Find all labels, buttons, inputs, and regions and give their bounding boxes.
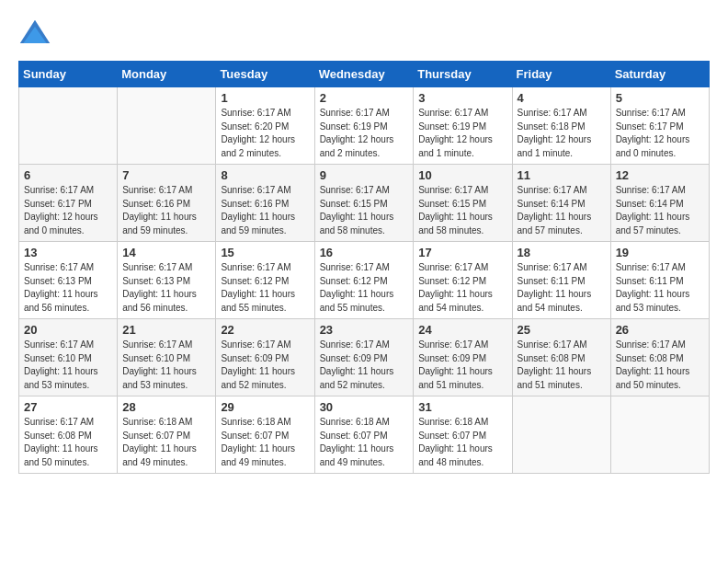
day-number: 22 — [221, 323, 309, 337]
day-info: Sunrise: 6:17 AMSunset: 6:20 PMDaylight:… — [221, 107, 309, 160]
day-number: 29 — [221, 400, 309, 414]
day-info: Sunrise: 6:17 AMSunset: 6:14 PMDaylight:… — [518, 184, 606, 237]
day-number: 4 — [518, 91, 606, 105]
day-cell: 20Sunrise: 6:17 AMSunset: 6:10 PMDayligh… — [19, 319, 118, 396]
weekday-header-saturday: Saturday — [610, 62, 709, 87]
day-cell: 19Sunrise: 6:17 AMSunset: 6:11 PMDayligh… — [610, 242, 709, 319]
day-cell: 6Sunrise: 6:17 AMSunset: 6:17 PMDaylight… — [19, 165, 118, 242]
day-cell: 17Sunrise: 6:17 AMSunset: 6:12 PMDayligh… — [414, 242, 512, 319]
weekday-header-tuesday: Tuesday — [216, 62, 314, 87]
day-number: 5 — [616, 91, 704, 105]
day-info: Sunrise: 6:17 AMSunset: 6:16 PMDaylight:… — [221, 184, 309, 237]
day-cell: 1Sunrise: 6:17 AMSunset: 6:20 PMDaylight… — [216, 87, 314, 165]
day-info: Sunrise: 6:17 AMSunset: 6:12 PMDaylight:… — [418, 261, 506, 315]
day-info: Sunrise: 6:17 AMSunset: 6:12 PMDaylight:… — [320, 261, 409, 315]
day-cell: 3Sunrise: 6:17 AMSunset: 6:19 PMDaylight… — [414, 87, 512, 165]
day-number: 13 — [24, 246, 112, 259]
day-info: Sunrise: 6:17 AMSunset: 6:11 PMDaylight:… — [616, 261, 704, 315]
weekday-header-friday: Friday — [512, 62, 610, 87]
day-cell: 22Sunrise: 6:17 AMSunset: 6:09 PMDayligh… — [216, 319, 314, 396]
day-cell: 8Sunrise: 6:17 AMSunset: 6:16 PMDaylight… — [216, 165, 314, 242]
day-info: Sunrise: 6:18 AMSunset: 6:07 PMDaylight:… — [418, 416, 506, 469]
day-info: Sunrise: 6:17 AMSunset: 6:09 PMDaylight:… — [221, 339, 309, 392]
day-cell: 15Sunrise: 6:17 AMSunset: 6:12 PMDayligh… — [216, 242, 314, 319]
day-info: Sunrise: 6:18 AMSunset: 6:07 PMDaylight:… — [320, 416, 409, 469]
day-info: Sunrise: 6:17 AMSunset: 6:13 PMDaylight:… — [24, 261, 112, 315]
day-number: 3 — [418, 91, 506, 105]
day-number: 7 — [122, 168, 210, 182]
day-number: 24 — [418, 323, 506, 337]
day-info: Sunrise: 6:17 AMSunset: 6:09 PMDaylight:… — [320, 339, 409, 392]
day-number: 6 — [24, 168, 112, 182]
day-cell: 4Sunrise: 6:17 AMSunset: 6:18 PMDaylight… — [512, 87, 610, 165]
day-cell: 30Sunrise: 6:18 AMSunset: 6:07 PMDayligh… — [314, 396, 414, 474]
day-cell: 13Sunrise: 6:17 AMSunset: 6:13 PMDayligh… — [19, 242, 118, 319]
weekday-header-row: SundayMondayTuesdayWednesdayThursdayFrid… — [19, 62, 710, 87]
day-info: Sunrise: 6:17 AMSunset: 6:17 PMDaylight:… — [616, 107, 704, 160]
day-info: Sunrise: 6:17 AMSunset: 6:16 PMDaylight:… — [122, 184, 210, 237]
day-number: 14 — [122, 246, 210, 259]
day-cell: 5Sunrise: 6:17 AMSunset: 6:17 PMDaylight… — [610, 87, 709, 165]
day-cell: 2Sunrise: 6:17 AMSunset: 6:19 PMDaylight… — [314, 87, 414, 165]
day-info: Sunrise: 6:17 AMSunset: 6:13 PMDaylight:… — [122, 261, 210, 315]
day-cell: 21Sunrise: 6:17 AMSunset: 6:10 PMDayligh… — [118, 319, 216, 396]
day-cell — [118, 87, 216, 165]
day-cell: 26Sunrise: 6:17 AMSunset: 6:08 PMDayligh… — [610, 319, 709, 396]
day-cell: 14Sunrise: 6:17 AMSunset: 6:13 PMDayligh… — [118, 242, 216, 319]
week-row-1: 1Sunrise: 6:17 AMSunset: 6:20 PMDaylight… — [19, 87, 710, 165]
day-cell: 31Sunrise: 6:18 AMSunset: 6:07 PMDayligh… — [414, 396, 512, 474]
day-cell: 9Sunrise: 6:17 AMSunset: 6:15 PMDaylight… — [314, 165, 414, 242]
weekday-header-monday: Monday — [118, 62, 216, 87]
day-number: 11 — [518, 168, 606, 182]
day-info: Sunrise: 6:17 AMSunset: 6:15 PMDaylight:… — [418, 184, 506, 237]
logo-icon — [18, 18, 51, 52]
day-cell: 28Sunrise: 6:18 AMSunset: 6:07 PMDayligh… — [118, 396, 216, 474]
day-number: 12 — [616, 168, 704, 182]
day-number: 8 — [221, 168, 309, 182]
day-cell — [512, 396, 610, 474]
day-info: Sunrise: 6:18 AMSunset: 6:07 PMDaylight:… — [122, 416, 210, 469]
weekday-header-thursday: Thursday — [414, 62, 512, 87]
day-number: 17 — [418, 246, 506, 259]
day-info: Sunrise: 6:17 AMSunset: 6:08 PMDaylight:… — [24, 416, 112, 469]
day-number: 31 — [418, 400, 506, 414]
day-info: Sunrise: 6:17 AMSunset: 6:08 PMDaylight:… — [518, 339, 606, 392]
day-cell — [610, 396, 709, 474]
day-info: Sunrise: 6:17 AMSunset: 6:18 PMDaylight:… — [518, 107, 606, 160]
day-info: Sunrise: 6:17 AMSunset: 6:11 PMDaylight:… — [518, 261, 606, 315]
day-info: Sunrise: 6:18 AMSunset: 6:07 PMDaylight:… — [221, 416, 309, 469]
day-number: 20 — [24, 323, 112, 337]
day-number: 27 — [24, 400, 112, 414]
weekday-header-sunday: Sunday — [19, 62, 118, 87]
calendar-table: SundayMondayTuesdayWednesdayThursdayFrid… — [18, 61, 710, 474]
week-row-4: 20Sunrise: 6:17 AMSunset: 6:10 PMDayligh… — [19, 319, 710, 396]
day-cell: 10Sunrise: 6:17 AMSunset: 6:15 PMDayligh… — [414, 165, 512, 242]
day-cell — [19, 87, 118, 165]
day-number: 15 — [221, 246, 309, 259]
day-number: 2 — [320, 91, 409, 105]
day-cell: 24Sunrise: 6:17 AMSunset: 6:09 PMDayligh… — [414, 319, 512, 396]
weekday-header-wednesday: Wednesday — [314, 62, 414, 87]
day-number: 25 — [518, 323, 606, 337]
day-info: Sunrise: 6:17 AMSunset: 6:10 PMDaylight:… — [122, 339, 210, 392]
day-number: 28 — [122, 400, 210, 414]
day-cell: 7Sunrise: 6:17 AMSunset: 6:16 PMDaylight… — [118, 165, 216, 242]
day-info: Sunrise: 6:17 AMSunset: 6:08 PMDaylight:… — [616, 339, 704, 392]
week-row-5: 27Sunrise: 6:17 AMSunset: 6:08 PMDayligh… — [19, 396, 710, 474]
day-number: 10 — [418, 168, 506, 182]
day-info: Sunrise: 6:17 AMSunset: 6:10 PMDaylight:… — [24, 339, 112, 392]
day-info: Sunrise: 6:17 AMSunset: 6:15 PMDaylight:… — [320, 184, 409, 237]
day-cell: 16Sunrise: 6:17 AMSunset: 6:12 PMDayligh… — [314, 242, 414, 319]
day-cell: 18Sunrise: 6:17 AMSunset: 6:11 PMDayligh… — [512, 242, 610, 319]
day-number: 19 — [616, 246, 704, 259]
header — [18, 18, 710, 52]
day-info: Sunrise: 6:17 AMSunset: 6:17 PMDaylight:… — [24, 184, 112, 237]
day-number: 16 — [320, 246, 409, 259]
logo — [18, 18, 57, 52]
day-cell: 27Sunrise: 6:17 AMSunset: 6:08 PMDayligh… — [19, 396, 118, 474]
day-cell: 29Sunrise: 6:18 AMSunset: 6:07 PMDayligh… — [216, 396, 314, 474]
day-number: 26 — [616, 323, 704, 337]
week-row-2: 6Sunrise: 6:17 AMSunset: 6:17 PMDaylight… — [19, 165, 710, 242]
day-cell: 25Sunrise: 6:17 AMSunset: 6:08 PMDayligh… — [512, 319, 610, 396]
day-number: 9 — [320, 168, 409, 182]
